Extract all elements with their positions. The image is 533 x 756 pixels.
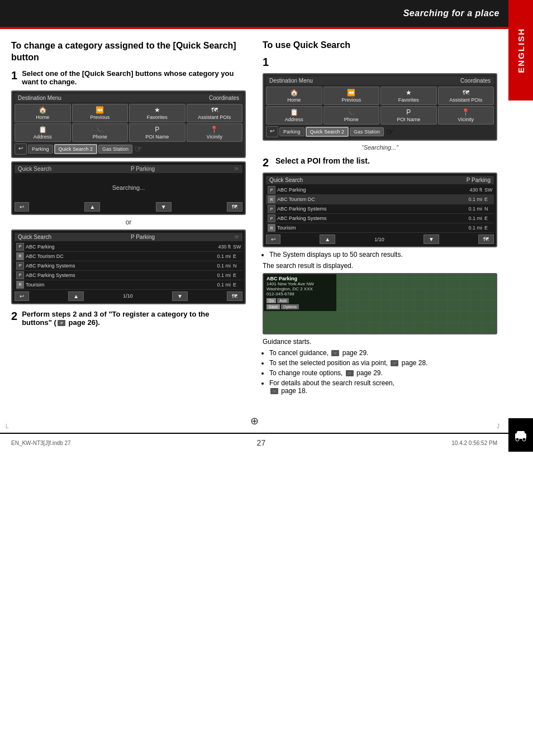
- search-result-note: The search result is displayed.: [263, 262, 497, 270]
- back-btn-right[interactable]: ↩: [266, 126, 278, 137]
- ui-bar-right: Destination Menu Coordinates: [266, 76, 494, 85]
- result-name-1-3: ABC Parking Systems: [26, 263, 215, 269]
- quick-search-btn-1[interactable]: Quick Search 2: [54, 144, 98, 154]
- result-row-1-4[interactable]: P ABC Parking Systems 0.1 mi E: [15, 271, 242, 280]
- results-back-btn-right[interactable]: ↩: [266, 235, 280, 244]
- parking-btn-right[interactable]: Parking: [279, 127, 304, 136]
- result-row-r-2[interactable]: R ABC Tourism DC 0.1 mi E: [266, 195, 494, 204]
- results-up-btn-1[interactable]: ▲: [68, 291, 84, 301]
- result-row-r-1[interactable]: P ABC Parking 430 ft SW: [266, 185, 494, 195]
- results-map-btn-1[interactable]: 🗺: [227, 291, 242, 301]
- favorites-btn-1[interactable]: ★ Favorites: [129, 104, 185, 122]
- result-icon-1-4: P: [16, 271, 24, 279]
- result-name-r-4: ABC Parking Systems: [277, 216, 466, 221]
- gas-station-btn-right[interactable]: Gas Station: [350, 127, 384, 136]
- home-btn-1[interactable]: 🏠 Home: [15, 104, 71, 122]
- results-down-btn-right[interactable]: ▼: [423, 235, 439, 244]
- searching-caption: “Searching...”: [263, 144, 497, 151]
- parking-btn-1[interactable]: Parking: [28, 145, 53, 154]
- result-dir-1-3: N: [233, 263, 241, 269]
- results-down-btn-1[interactable]: ▼: [172, 291, 188, 301]
- or-text: or: [11, 218, 246, 226]
- result-dist-1-2: 0.1 mi: [217, 253, 231, 259]
- results-up-btn-right[interactable]: ▲: [320, 235, 335, 244]
- phone-btn-right[interactable]: 📞 Phone: [323, 106, 380, 125]
- gas-station-btn-1[interactable]: Gas Station: [98, 145, 132, 154]
- result-dist-r-5: 0.1 mi: [468, 225, 482, 231]
- address-btn-right[interactable]: 📋 Address: [266, 106, 322, 125]
- results-map-btn-right[interactable]: 🗺: [478, 235, 494, 244]
- result-icon-r-1: P: [268, 186, 275, 194]
- previous-icon-1: ⏪: [96, 106, 104, 114]
- map-poi-title: ABC Parking: [266, 276, 334, 281]
- left-column: To change a category assigned to the [Qu…: [11, 40, 246, 398]
- result-dir-1-1: SW: [233, 244, 241, 250]
- result-dist-1-5: 0.1 mi: [217, 282, 231, 288]
- nav-map-btn-1[interactable]: 🗺: [227, 202, 242, 212]
- results-bar-right: Quick Search P Parking: [266, 176, 494, 184]
- previous-btn-right[interactable]: ⏪ Previous: [323, 87, 380, 105]
- favorites-btn-right[interactable]: ★ Favorites: [380, 87, 437, 105]
- vicinity-btn-right[interactable]: 📍 Vicinity: [438, 106, 494, 125]
- menu-grid-right: 🏠 Home ⏪ Previous ★ Favorites 🗺: [266, 87, 494, 125]
- bottom-car-icon: [508, 418, 533, 452]
- address-btn-1[interactable]: 📋 Address: [15, 123, 71, 142]
- phone-icon-right: 📞: [347, 108, 355, 116]
- result-row-1-5[interactable]: R Tourisim 0.1 mi E: [15, 280, 242, 290]
- result-dist-r-1: 430 ft: [469, 187, 482, 193]
- result-dist-1-4: 0.1 mi: [217, 272, 231, 278]
- results-qs-label-right: Quick Search: [269, 177, 303, 183]
- result-name-r-2: ABC Tourism DC: [277, 197, 466, 202]
- header-title: Searching for a place: [403, 8, 499, 18]
- assistant-pois-btn-right[interactable]: 🗺 Assistant POIs: [438, 87, 494, 105]
- result-dir-r-3: N: [484, 206, 492, 212]
- result-row-r-4[interactable]: P ABC Parking Systems 0.1 mi E: [266, 214, 494, 223]
- nav-down-btn-1[interactable]: ▼: [156, 202, 172, 212]
- map-options-btn[interactable]: Options: [281, 304, 299, 309]
- assistant-pois-icon-right: 🗺: [463, 89, 469, 97]
- address-icon-right: 📋: [290, 108, 298, 116]
- page-indicator-right: 1/10: [374, 237, 384, 242]
- result-dist-r-4: 0.1 mi: [468, 216, 482, 221]
- result-icon-1-2: R: [16, 252, 24, 260]
- result-row-1-2[interactable]: R ABC Tourism DC 0.1 mi E: [15, 252, 242, 261]
- step2-heading-right: 2 Select a POI from the list.: [263, 156, 497, 169]
- phone-btn-1[interactable]: 📞 Phone: [72, 123, 129, 142]
- nav-back-btn-1[interactable]: ↩: [15, 202, 29, 212]
- ref-icon-left: ☞: [58, 320, 65, 326]
- vicinity-btn-1[interactable]: 📍 Vicinity: [187, 123, 243, 142]
- back-btn-1[interactable]: ↩: [15, 143, 27, 155]
- result-dist-r-2: 0.1 mi: [468, 197, 482, 202]
- result-icon-1-1: P: [16, 243, 24, 251]
- result-row-r-3[interactable]: P ABC Parking Systems 0.1 mi N: [266, 204, 494, 214]
- results-list-right: P ABC Parking 430 ft SW R ABC Tourism DC…: [266, 185, 494, 233]
- results-back-btn-1[interactable]: ↩: [15, 291, 29, 301]
- quick-search-btn-right[interactable]: Quick Search 2: [306, 127, 349, 137]
- map-save-btn[interactable]: Save: [266, 304, 280, 309]
- bullet-2: To set the selected position as via poin…: [269, 359, 497, 367]
- result-row-r-5[interactable]: R Tourisim 0.1 mi E: [266, 223, 494, 233]
- result-dir-1-5: E: [233, 282, 241, 288]
- finger-cursor-right: ☞: [386, 127, 394, 137]
- map-save-buttons: Save Options: [266, 304, 334, 309]
- left-section-heading: To change a category assigned to the [Qu…: [11, 40, 246, 64]
- result-row-1-3[interactable]: P ABC Parking Systems 0.1 mi N: [15, 261, 242, 271]
- map-go-btn[interactable]: Go: [266, 298, 276, 303]
- map-address-2: Washington, DC 2 XXX: [266, 286, 334, 291]
- map-add-btn[interactable]: Add: [277, 298, 288, 303]
- result-row-1-1[interactable]: P ABC Parking 430 ft SW: [15, 242, 242, 252]
- poi-name-btn-right[interactable]: P POI Name: [380, 106, 437, 125]
- info-bullet-list: To cancel guidance, ☞ page 29. To set th…: [269, 349, 497, 395]
- results-list-1: P ABC Parking 430 ft SW R ABC Tourism DC…: [15, 242, 242, 290]
- quick-search-label-1: Quick Search: [18, 166, 51, 172]
- assistant-pois-btn-1[interactable]: 🗺 Assistant POIs: [187, 104, 243, 122]
- results-parking-right: P Parking: [467, 177, 491, 183]
- ui-bottom-row-right: ↩ Parking Quick Search 2 Gas Station ☞: [266, 126, 494, 137]
- poi-name-btn-1[interactable]: P POI Name: [129, 123, 185, 142]
- nav-up-btn-1[interactable]: ▲: [84, 202, 100, 212]
- home-btn-right[interactable]: 🏠 Home: [266, 87, 322, 105]
- two-column-layout: To change a category assigned to the [Qu…: [11, 40, 497, 398]
- result-dir-1-4: E: [233, 272, 241, 278]
- previous-btn-1[interactable]: ⏪ Previous: [72, 104, 129, 122]
- corner-icon-1: ☞: [234, 166, 239, 172]
